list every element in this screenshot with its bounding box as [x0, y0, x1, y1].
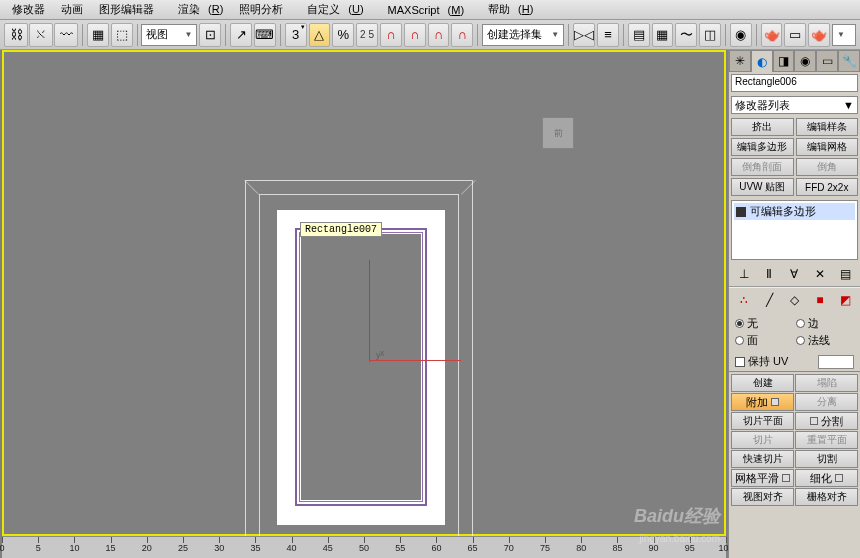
btn-extrude[interactable]: 挤出	[731, 118, 794, 136]
spinner-snap-button[interactable]: 2 5	[356, 23, 378, 47]
subobj-element[interactable]: ◩	[836, 291, 854, 309]
ruler-tick-label: 50	[359, 543, 369, 553]
btn-chamfer-profile[interactable]: 倒角剖面	[731, 158, 794, 176]
btn-create-geo[interactable]: 创建	[731, 374, 794, 392]
pin-stack-button[interactable]: ⊥	[735, 265, 753, 283]
btn-tessellate[interactable]: 细化	[795, 469, 858, 487]
radio-none[interactable]: 无	[735, 316, 794, 331]
ruler-tick-label: 65	[468, 543, 478, 553]
snap-magnet-1[interactable]: ∩	[380, 23, 402, 47]
viewcube-front-face[interactable]: 前	[542, 117, 574, 149]
tab-motion[interactable]: ◉	[794, 50, 816, 72]
btn-uvw-map[interactable]: UVW 贴图	[731, 178, 794, 196]
radio-normal[interactable]: 法线	[796, 333, 855, 348]
align-flyout[interactable]: ≡	[597, 23, 619, 47]
menu-help[interactable]: 帮助(H)	[472, 0, 541, 19]
btn-attach[interactable]: 附加	[731, 393, 794, 411]
bind-spacewarp-button[interactable]: 〰	[54, 23, 78, 47]
btn-chamfer[interactable]: 倒角	[796, 158, 859, 176]
subobj-vertex[interactable]: ∴	[735, 291, 753, 309]
select-link-button[interactable]: ⛓	[4, 23, 28, 47]
named-selection-dropdown[interactable]: 创建选择集▼	[482, 24, 564, 46]
angle-snap-button[interactable]: △	[309, 23, 331, 47]
curve-editor-button[interactable]: 〜	[675, 23, 697, 47]
material-editor-button[interactable]: ◉	[730, 23, 752, 47]
snap-toggle-button[interactable]: 3▾	[285, 23, 307, 47]
menu-rendering[interactable]: 渲染(R)	[162, 0, 231, 19]
radio-edge[interactable]: 边	[796, 316, 855, 331]
menu-lighting-analysis[interactable]: 照明分析	[231, 0, 291, 19]
show-end-result-button[interactable]: Ⅱ	[760, 265, 778, 283]
ruler-tick-label: 85	[612, 543, 622, 553]
btn-msmooth[interactable]: 网格平滑	[731, 469, 794, 487]
schematic-view-button[interactable]: ◫	[699, 23, 721, 47]
gizmo-y-axis[interactable]	[369, 260, 370, 362]
ruler-tick-label: 95	[685, 543, 695, 553]
ruler-tick-label: 45	[323, 543, 333, 553]
selection-rollout: ∴ ╱ ◇ ■ ◩ 无 边 面 法线 保持 UV	[729, 287, 860, 372]
stack-item-editable-poly[interactable]: 可编辑多边形	[734, 203, 855, 220]
mirror-button[interactable]: ▷◁	[573, 23, 595, 47]
btn-ffd[interactable]: FFD 2x2x	[796, 178, 859, 196]
crossing-toggle-button[interactable]: ⬚	[111, 23, 133, 47]
subobj-polygon[interactable]: ■	[811, 291, 829, 309]
btn-reset-plane[interactable]: 重置平面	[795, 431, 858, 449]
selection-filter-button[interactable]: ▦	[87, 23, 109, 47]
reference-coord-dropdown[interactable]: 视图▼	[141, 24, 197, 46]
expand-icon[interactable]	[736, 207, 746, 217]
modifier-list-dropdown[interactable]: 修改器列表▼	[731, 96, 858, 114]
unlink-button[interactable]: ⛌	[29, 23, 53, 47]
tab-display[interactable]: ▭	[816, 50, 838, 72]
menu-customize[interactable]: 自定义(U)	[291, 0, 371, 19]
layer-manager-button[interactable]: ▤	[628, 23, 650, 47]
use-center-flyout[interactable]: ⊡	[199, 23, 221, 47]
btn-edit-poly[interactable]: 编辑多边形	[731, 138, 794, 156]
btn-grid-align[interactable]: 栅格对齐	[795, 488, 858, 506]
preserve-uv-spinner[interactable]	[818, 355, 854, 369]
btn-view-align[interactable]: 视图对齐	[731, 488, 794, 506]
tab-utilities[interactable]: 🔧	[838, 50, 860, 72]
viewport[interactable]: 前 x y Rectangle007	[0, 50, 728, 536]
snap-magnet-2[interactable]: ∩	[404, 23, 426, 47]
btn-edit-spline[interactable]: 编辑样条	[796, 118, 859, 136]
configure-sets-button[interactable]: ▤	[836, 265, 854, 283]
snap-magnet-4[interactable]: ∩	[451, 23, 473, 47]
render-preset-dropdown[interactable]: ▼	[832, 24, 856, 46]
object-name-field[interactable]: Rectangle006	[731, 74, 858, 92]
btn-quickslice[interactable]: 快速切片	[731, 450, 794, 468]
btn-edit-mesh[interactable]: 编辑网格	[796, 138, 859, 156]
menu-maxscript[interactable]: MAXScript(M)	[372, 2, 472, 18]
check-preserve-uv[interactable]: 保持 UV	[729, 352, 860, 371]
remove-modifier-button[interactable]: ✕	[811, 265, 829, 283]
btn-detach[interactable]: 分离	[795, 393, 858, 411]
attach-list-icon[interactable]	[771, 398, 779, 406]
graphite-ribbon-button[interactable]: ▦	[652, 23, 674, 47]
render-setup-button[interactable]: 🫖	[761, 23, 783, 47]
btn-split[interactable]: 分割	[795, 412, 858, 430]
btn-cut[interactable]: 切割	[795, 450, 858, 468]
viewcube[interactable]: 前	[533, 108, 583, 158]
subobj-border[interactable]: ◇	[785, 291, 803, 309]
menu-graph-editors[interactable]: 图形编辑器	[91, 0, 162, 19]
rendered-frame-button[interactable]: ▭	[784, 23, 806, 47]
render-production-button[interactable]: 🫖	[808, 23, 830, 47]
ruler-tick-label: 5	[36, 543, 41, 553]
menu-modifiers[interactable]: 修改器	[4, 0, 53, 19]
make-unique-button[interactable]: ∀	[785, 265, 803, 283]
time-ruler[interactable]: 0510152025303540455055606570758085909510…	[2, 536, 726, 558]
btn-slice-plane[interactable]: 切片平面	[731, 412, 794, 430]
radio-face[interactable]: 面	[735, 333, 794, 348]
tab-hierarchy[interactable]: ◨	[773, 50, 795, 72]
btn-collapse[interactable]: 塌陷	[795, 374, 858, 392]
keyboard-shortcut-button[interactable]: ⌨	[254, 23, 276, 47]
tab-modify[interactable]: ◐	[751, 50, 773, 72]
percent-snap-button[interactable]: %	[332, 23, 354, 47]
modifier-stack[interactable]: 可编辑多边形	[731, 200, 858, 260]
btn-slice[interactable]: 切片	[731, 431, 794, 449]
gizmo-x-axis[interactable]	[369, 360, 461, 361]
select-manipulate-button[interactable]: ↗	[230, 23, 252, 47]
menu-animation[interactable]: 动画	[53, 0, 91, 19]
subobj-edge[interactable]: ╱	[760, 291, 778, 309]
tab-create[interactable]: ✳	[729, 50, 751, 72]
snap-magnet-3[interactable]: ∩	[428, 23, 450, 47]
